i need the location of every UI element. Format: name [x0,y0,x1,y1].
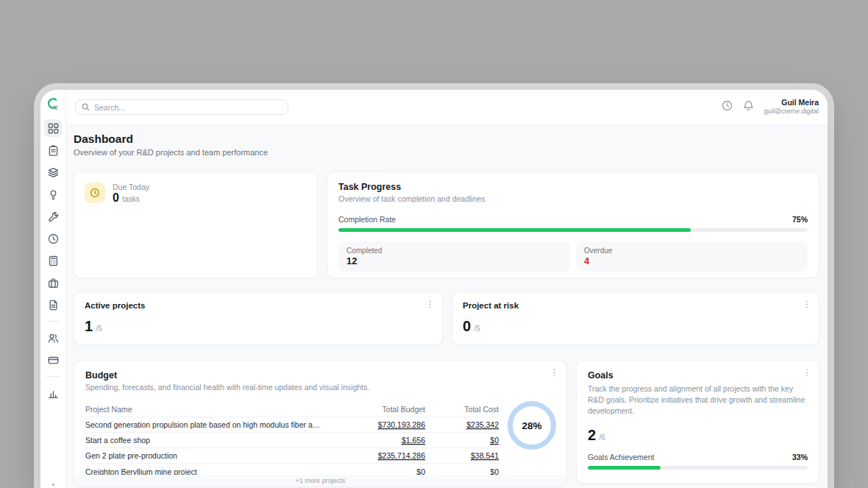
table-row[interactable]: Start a coffee shop $1,656 $0 [85,433,499,448]
column-total-cost: Total Cost [425,405,499,414]
budget-title: Budget [85,370,555,381]
sidebar-item-team[interactable] [44,329,62,347]
clock-icon [722,100,733,111]
active-projects-title: Active projects [85,301,432,310]
creme-logo-icon [46,96,60,111]
document-icon [48,300,59,311]
table-row[interactable]: Second generation propulsion plate based… [85,417,499,433]
page-subtitle: Overview of your R&D projects and team p… [74,148,268,157]
goals-menu-button[interactable]: ⋮ [803,368,811,377]
due-today-label: Due Today [113,183,149,191]
notifications-button[interactable] [743,100,754,114]
briefcase-icon [48,277,59,289]
total-cost-value[interactable]: $0 [490,436,499,445]
sidebar-item-inventory[interactable] [44,274,62,291]
project-at-risk-menu-button[interactable]: ⋮ [803,300,811,308]
budget-subtitle: Spending, forecasts, and financial healt… [85,383,555,392]
budget-card: Budget ⋮ Spending, forecasts, and financ… [74,360,567,487]
completed-value: 12 [346,255,562,266]
total-cost-value[interactable]: $235,342 [466,420,499,430]
task-progress-title: Task Progress [338,182,808,192]
search-icon [82,103,90,111]
goals-title: Goals [588,370,808,381]
total-budget-value[interactable]: $235,714.286 [378,451,425,461]
users-icon [48,333,59,344]
sidebar-divider [46,376,60,377]
due-today-iconbox [85,183,105,203]
clipboard-icon [48,145,59,156]
project-name: Gen 2 plate pre-production [85,451,330,460]
topbar: Search... Guil Meira guil@creme.digita [66,90,828,125]
completion-progress-fill [338,228,691,232]
budget-usage-percent: 28% [522,420,541,431]
sidebar-item-ideas[interactable] [44,185,62,203]
goals-card: Goals ⋮ Track the progress and alignment… [576,360,819,484]
active-projects-menu-button[interactable]: ⋮ [426,300,435,308]
total-cost-value[interactable]: $38,541 [471,451,499,461]
sidebar-item-dashboard[interactable] [44,119,62,137]
completed-stat-box: Completed 12 [338,241,570,272]
sidebar-item-tools[interactable] [44,208,62,225]
goals-total: /6 [600,434,605,442]
user-email: guil@creme.digital [764,107,819,116]
user-menu[interactable]: Guil Meira guil@creme.digital [764,98,819,116]
due-today-value: 0 [113,191,119,204]
page-title: Dashboard [74,132,133,146]
goals-achievement-label: Goals Achievement [588,453,654,462]
column-total-budget: Total Budget [330,405,425,414]
due-today-unit: tasks [122,195,139,203]
bar-chart-icon [48,388,59,399]
sidebar: V1.0 [40,90,66,488]
due-today-card: Due Today 0 tasks [74,171,318,278]
table-row[interactable]: Gen 2 plate pre-production $235,714.286 … [85,448,499,464]
column-project-name: Project Name [85,405,330,414]
sidebar-item-calculator[interactable] [44,252,62,269]
budget-menu-button[interactable]: ⋮ [550,368,559,377]
app-window: V1.0 Search... [40,90,828,488]
sidebar-item-documents[interactable] [44,296,62,314]
project-at-risk-card: Project at risk ⋮ 0 /5 [452,291,819,345]
dashboard-content: Dashboard Overview of your R&D projects … [66,125,828,488]
project-at-risk-total: /5 [474,325,480,333]
main-area: Search... Guil Meira guil@creme.digita [66,90,828,488]
overdue-value: 4 [584,255,800,266]
goals-achievement-percent: 33% [792,453,808,462]
sidebar-item-time[interactable] [44,230,62,247]
sidebar-item-tasks[interactable] [44,141,62,159]
search-placeholder: Search... [94,103,125,112]
completion-rate-value: 75% [792,215,808,224]
search-input[interactable]: Search... [75,99,288,115]
sidebar-item-billing[interactable] [44,351,62,369]
total-budget-value[interactable]: $730,193.286 [378,420,425,430]
budget-usage-ring: 28% [508,401,556,450]
layers-icon [48,167,59,178]
overdue-label: Overdue [584,247,800,255]
clock-icon [48,233,59,244]
sidebar-item-reports[interactable] [44,384,62,402]
grid-icon [48,123,59,134]
total-budget-value[interactable]: $1,656 [402,436,425,445]
active-projects-value: 1 [85,318,93,334]
completion-progress-track [338,228,808,232]
completed-label: Completed [346,247,562,255]
budget-table: Project Name Total Budget Total Cost Sec… [85,402,499,479]
goals-description: Track the progress and alignment of all … [588,383,808,417]
sidebar-divider [46,321,60,322]
project-name: Second generation propulsion plate based… [85,420,330,429]
goals-progress-track [588,466,808,470]
history-button[interactable] [722,100,733,114]
active-projects-card: Active projects ⋮ 1 /5 [74,291,443,345]
lightbulb-icon [48,189,59,200]
budget-table-header: Project Name Total Budget Total Cost [85,402,499,417]
more-projects-link[interactable]: +1 more projects [74,475,566,487]
project-name: Start a coffee shop [85,436,330,445]
calculator-icon [48,255,59,266]
status-dot [52,484,54,486]
wrench-icon [48,211,59,222]
goals-progress-fill [588,466,661,470]
project-at-risk-value: 0 [463,318,471,334]
sidebar-item-projects[interactable] [44,163,62,181]
task-progress-card: Task Progress Overview of task completio… [327,171,819,278]
goals-value: 2 [588,427,596,443]
clock-icon [90,188,100,198]
